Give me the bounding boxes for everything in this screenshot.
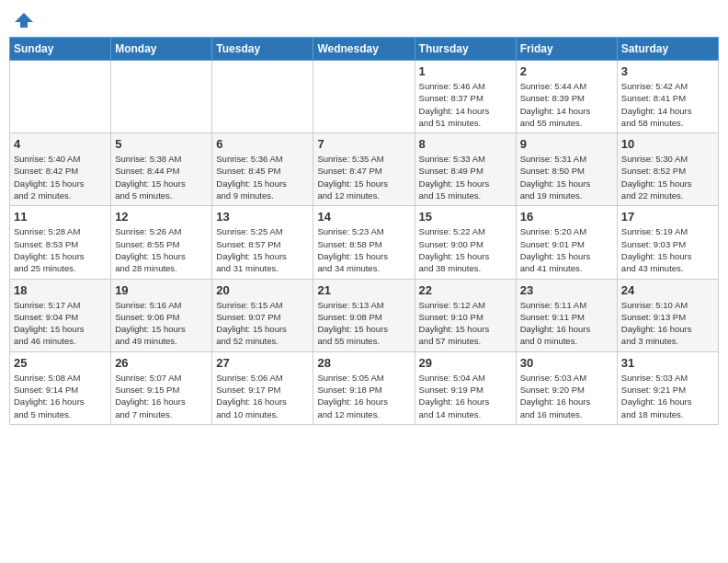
header-wednesday: Wednesday — [313, 38, 415, 61]
day-number: 14 — [317, 210, 410, 224]
day-info: Sunrise: 5:19 AM Sunset: 9:03 PM Dayligh… — [621, 225, 714, 274]
calendar-cell: 28Sunrise: 5:05 AM Sunset: 9:18 PM Dayli… — [313, 351, 415, 424]
calendar-cell: 10Sunrise: 5:30 AM Sunset: 8:52 PM Dayli… — [617, 133, 718, 206]
day-number: 13 — [216, 210, 309, 224]
day-info: Sunrise: 5:12 AM Sunset: 9:10 PM Dayligh… — [419, 299, 512, 348]
calendar-cell: 25Sunrise: 5:08 AM Sunset: 9:14 PM Dayli… — [10, 351, 111, 424]
day-number: 27 — [216, 356, 309, 370]
day-number: 4 — [14, 137, 107, 151]
day-number: 28 — [317, 356, 410, 370]
day-info: Sunrise: 5:08 AM Sunset: 9:14 PM Dayligh… — [14, 372, 107, 420]
header-sunday: Sunday — [10, 38, 111, 61]
day-number: 3 — [621, 64, 714, 78]
logo-icon — [13, 9, 35, 31]
page-header — [9, 9, 719, 31]
day-info: Sunrise: 5:13 AM Sunset: 9:08 PM Dayligh… — [317, 299, 410, 348]
day-number: 6 — [216, 137, 309, 151]
day-number: 29 — [419, 356, 512, 370]
calendar-cell — [111, 61, 212, 133]
calendar-cell: 6Sunrise: 5:36 AM Sunset: 8:45 PM Daylig… — [212, 133, 313, 206]
calendar-cell: 27Sunrise: 5:06 AM Sunset: 9:17 PM Dayli… — [212, 351, 313, 424]
day-number: 9 — [520, 137, 613, 151]
day-info: Sunrise: 5:23 AM Sunset: 8:58 PM Dayligh… — [317, 225, 410, 274]
day-info: Sunrise: 5:06 AM Sunset: 9:17 PM Dayligh… — [216, 372, 309, 420]
day-info: Sunrise: 5:31 AM Sunset: 8:50 PM Dayligh… — [520, 153, 613, 201]
calendar-cell: 26Sunrise: 5:07 AM Sunset: 9:15 PM Dayli… — [111, 351, 212, 424]
calendar-cell: 12Sunrise: 5:26 AM Sunset: 8:55 PM Dayli… — [111, 206, 212, 279]
header-monday: Monday — [111, 38, 212, 61]
day-number: 15 — [419, 210, 512, 224]
calendar-cell: 21Sunrise: 5:13 AM Sunset: 9:08 PM Dayli… — [313, 279, 415, 351]
day-number: 24 — [621, 283, 714, 297]
calendar-cell: 24Sunrise: 5:10 AM Sunset: 9:13 PM Dayli… — [617, 279, 718, 351]
day-number: 25 — [14, 356, 107, 370]
calendar-week-5: 25Sunrise: 5:08 AM Sunset: 9:14 PM Dayli… — [10, 351, 719, 424]
calendar-cell — [10, 61, 111, 133]
day-info: Sunrise: 5:38 AM Sunset: 8:44 PM Dayligh… — [115, 153, 208, 201]
day-info: Sunrise: 5:07 AM Sunset: 9:15 PM Dayligh… — [115, 372, 208, 420]
calendar-cell: 22Sunrise: 5:12 AM Sunset: 9:10 PM Dayli… — [415, 279, 516, 351]
day-number: 8 — [419, 137, 512, 151]
calendar-cell: 14Sunrise: 5:23 AM Sunset: 8:58 PM Dayli… — [313, 206, 415, 279]
calendar-cell: 13Sunrise: 5:25 AM Sunset: 8:57 PM Dayli… — [212, 206, 313, 279]
day-info: Sunrise: 5:15 AM Sunset: 9:07 PM Dayligh… — [216, 299, 309, 348]
day-info: Sunrise: 5:20 AM Sunset: 9:01 PM Dayligh… — [520, 225, 613, 274]
day-number: 5 — [115, 137, 208, 151]
day-number: 12 — [115, 210, 208, 224]
calendar-cell: 31Sunrise: 5:03 AM Sunset: 9:21 PM Dayli… — [617, 351, 718, 424]
day-number: 26 — [115, 356, 208, 370]
day-number: 17 — [621, 210, 714, 224]
day-info: Sunrise: 5:17 AM Sunset: 9:04 PM Dayligh… — [14, 299, 107, 348]
day-info: Sunrise: 5:46 AM Sunset: 8:37 PM Dayligh… — [419, 80, 512, 129]
day-number: 19 — [115, 283, 208, 297]
calendar-cell: 17Sunrise: 5:19 AM Sunset: 9:03 PM Dayli… — [617, 206, 718, 279]
calendar-cell: 11Sunrise: 5:28 AM Sunset: 8:53 PM Dayli… — [10, 206, 111, 279]
calendar-cell: 30Sunrise: 5:03 AM Sunset: 9:20 PM Dayli… — [516, 351, 617, 424]
calendar-week-2: 4Sunrise: 5:40 AM Sunset: 8:42 PM Daylig… — [10, 133, 719, 206]
day-info: Sunrise: 5:11 AM Sunset: 9:11 PM Dayligh… — [520, 299, 613, 348]
day-number: 22 — [419, 283, 512, 297]
day-number: 11 — [14, 210, 107, 224]
calendar-cell: 4Sunrise: 5:40 AM Sunset: 8:42 PM Daylig… — [10, 133, 111, 206]
calendar-cell: 29Sunrise: 5:04 AM Sunset: 9:19 PM Dayli… — [415, 351, 516, 424]
day-info: Sunrise: 5:10 AM Sunset: 9:13 PM Dayligh… — [621, 299, 714, 348]
day-info: Sunrise: 5:26 AM Sunset: 8:55 PM Dayligh… — [115, 225, 208, 274]
calendar-cell: 20Sunrise: 5:15 AM Sunset: 9:07 PM Dayli… — [212, 279, 313, 351]
day-number: 20 — [216, 283, 309, 297]
calendar-week-4: 18Sunrise: 5:17 AM Sunset: 9:04 PM Dayli… — [10, 279, 719, 351]
header-friday: Friday — [516, 38, 617, 61]
day-number: 23 — [520, 283, 613, 297]
day-number: 10 — [621, 137, 714, 151]
day-info: Sunrise: 5:30 AM Sunset: 8:52 PM Dayligh… — [621, 153, 714, 201]
day-number: 2 — [520, 64, 613, 78]
calendar-table: SundayMondayTuesdayWednesdayThursdayFrid… — [9, 37, 719, 425]
header-tuesday: Tuesday — [212, 38, 313, 61]
day-info: Sunrise: 5:28 AM Sunset: 8:53 PM Dayligh… — [14, 225, 107, 274]
calendar-cell: 16Sunrise: 5:20 AM Sunset: 9:01 PM Dayli… — [516, 206, 617, 279]
calendar-cell: 3Sunrise: 5:42 AM Sunset: 8:41 PM Daylig… — [617, 61, 718, 133]
day-info: Sunrise: 5:03 AM Sunset: 9:20 PM Dayligh… — [520, 372, 613, 420]
day-info: Sunrise: 5:03 AM Sunset: 9:21 PM Dayligh… — [621, 372, 714, 420]
day-info: Sunrise: 5:16 AM Sunset: 9:06 PM Dayligh… — [115, 299, 208, 348]
calendar-cell: 8Sunrise: 5:33 AM Sunset: 8:49 PM Daylig… — [415, 133, 516, 206]
calendar-cell — [313, 61, 415, 133]
day-number: 1 — [419, 64, 512, 78]
day-info: Sunrise: 5:42 AM Sunset: 8:41 PM Dayligh… — [621, 80, 714, 129]
calendar-cell: 23Sunrise: 5:11 AM Sunset: 9:11 PM Dayli… — [516, 279, 617, 351]
day-info: Sunrise: 5:22 AM Sunset: 9:00 PM Dayligh… — [419, 225, 512, 274]
calendar-week-1: 1Sunrise: 5:46 AM Sunset: 8:37 PM Daylig… — [10, 61, 719, 133]
calendar-cell: 19Sunrise: 5:16 AM Sunset: 9:06 PM Dayli… — [111, 279, 212, 351]
day-number: 30 — [520, 356, 613, 370]
calendar-cell: 9Sunrise: 5:31 AM Sunset: 8:50 PM Daylig… — [516, 133, 617, 206]
day-number: 7 — [317, 137, 410, 151]
day-info: Sunrise: 5:33 AM Sunset: 8:49 PM Dayligh… — [419, 153, 512, 201]
day-info: Sunrise: 5:36 AM Sunset: 8:45 PM Dayligh… — [216, 153, 309, 201]
calendar-cell: 7Sunrise: 5:35 AM Sunset: 8:47 PM Daylig… — [313, 133, 415, 206]
calendar-cell: 2Sunrise: 5:44 AM Sunset: 8:39 PM Daylig… — [516, 61, 617, 133]
day-info: Sunrise: 5:40 AM Sunset: 8:42 PM Dayligh… — [14, 153, 107, 201]
day-info: Sunrise: 5:25 AM Sunset: 8:57 PM Dayligh… — [216, 225, 309, 274]
day-number: 18 — [14, 283, 107, 297]
calendar-cell: 1Sunrise: 5:46 AM Sunset: 8:37 PM Daylig… — [415, 61, 516, 133]
day-number: 31 — [621, 356, 714, 370]
day-info: Sunrise: 5:04 AM Sunset: 9:19 PM Dayligh… — [419, 372, 512, 420]
